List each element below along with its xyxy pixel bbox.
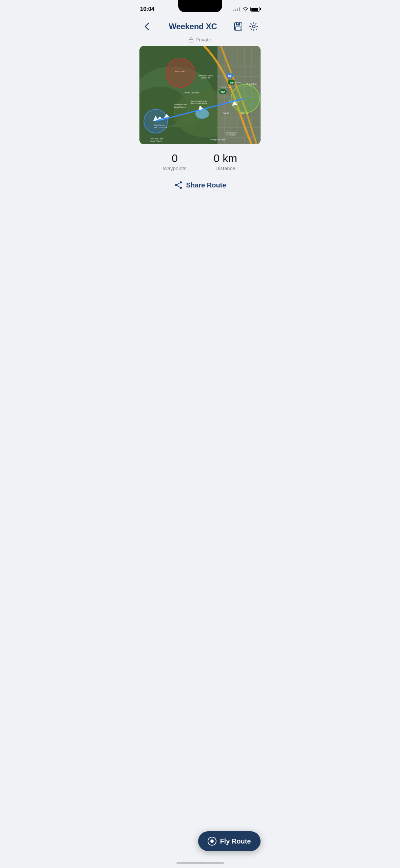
map-view: 280 85 G5 Ewing Hill Black Mountain Mont… [139,46,261,144]
svg-line-66 [177,183,180,185]
svg-text:Space Preserve: Space Preserve [150,140,163,142]
svg-text:Long Ridge Open: Long Ridge Open [150,138,163,140]
privacy-text: Private [195,37,211,42]
status-icons [233,7,260,12]
distance-stat: 0 km Distance [214,152,237,171]
save-button[interactable] [233,21,244,32]
svg-text:Open Space Preserve: Open Space Preserve [190,102,207,104]
signal-icon [233,7,240,11]
svg-text:Montebello Open: Montebello Open [174,104,187,106]
distance-value: 0 km [214,152,237,164]
settings-button[interactable] [248,21,259,32]
svg-rect-5 [189,39,193,42]
svg-text:280: 280 [221,91,225,94]
svg-rect-2 [235,27,241,30]
wifi-icon [242,7,248,12]
privacy-label: Private [133,37,267,42]
svg-text:County Park: County Park [226,134,236,136]
header: Weekend XC [133,17,267,37]
svg-point-4 [252,25,255,28]
svg-point-63 [180,181,182,183]
header-actions [233,21,259,32]
map-container[interactable]: 280 85 G5 Ewing Hill Black Mountain Mont… [139,46,261,144]
waypoints-label: Waypoints [163,165,186,171]
lock-icon [189,37,193,42]
stats-row: 0 Waypoints 0 km Distance [133,144,267,175]
back-button[interactable] [141,20,153,33]
status-time: 10:04 [140,6,154,13]
waypoints-value: 0 [163,152,186,164]
svg-text:Nob Hill: Nob Hill [223,112,229,114]
svg-point-54 [231,84,260,113]
svg-rect-3 [237,23,239,24]
svg-text:Space Preserve: Space Preserve [174,106,186,108]
svg-text:Monta Vista: Monta Vista [231,82,242,84]
svg-point-65 [180,187,182,189]
share-route-button[interactable]: Share Route [133,181,267,189]
share-route-label: Share Route [186,181,226,189]
page-title: Weekend XC [169,22,217,31]
svg-text:G5: G5 [228,74,232,77]
svg-text:Black Mountain: Black Mountain [185,92,199,94]
waypoints-stat: 0 Waypoints [163,152,186,171]
svg-text:Saratoga Gap Open: Saratoga Gap Open [210,139,225,141]
svg-text:CRESTON: CRESTON [221,87,231,89]
share-icon [174,181,183,189]
svg-point-64 [175,184,177,186]
svg-line-67 [177,186,180,187]
svg-point-53 [166,59,194,87]
battery-icon [250,7,260,12]
notch [178,0,222,12]
svg-text:County Park: County Park [201,77,210,79]
distance-label: Distance [214,165,237,171]
